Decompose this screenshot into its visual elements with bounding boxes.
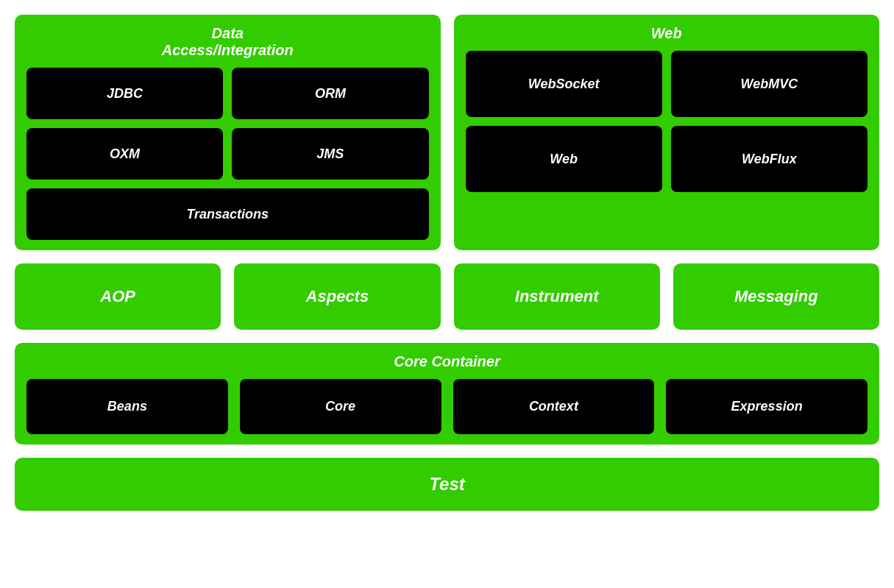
core-container-section: Core Container Beans Core Context Expres…: [15, 343, 879, 444]
test-title: Test: [31, 474, 863, 495]
webmvc-tile: WebMVC: [671, 51, 868, 117]
instrument-box: Instrument: [454, 263, 660, 330]
core-container-grid: Beans Core Context Expression: [26, 379, 868, 434]
jdbc-tile: JDBC: [26, 68, 223, 119]
aspects-box: Aspects: [234, 263, 440, 330]
core-tile: Core: [240, 379, 441, 434]
standalone-row: AOP Aspects Instrument Messaging: [15, 263, 879, 330]
orm-tile: ORM: [232, 68, 428, 119]
web-grid: WebSocket WebMVC Web WebFlux: [466, 51, 868, 192]
context-tile: Context: [453, 379, 655, 434]
messaging-label: Messaging: [734, 287, 818, 306]
data-access-grid: JDBC ORM OXM JMS Transactions: [26, 68, 429, 240]
instrument-label: Instrument: [515, 287, 599, 306]
web-title: Web: [466, 25, 868, 42]
aspects-label: Aspects: [306, 287, 369, 306]
webflux-tile: WebFlux: [671, 126, 868, 192]
web-section: Web WebSocket WebMVC Web WebFlux: [454, 15, 880, 250]
beans-tile: Beans: [26, 379, 228, 434]
data-access-title: Data Access/Integration: [26, 25, 429, 59]
expression-tile: Expression: [666, 379, 868, 434]
aop-box: AOP: [15, 263, 221, 330]
core-container-title: Core Container: [26, 353, 868, 370]
transactions-tile: Transactions: [26, 188, 429, 240]
messaging-box: Messaging: [673, 263, 879, 330]
aop-label: AOP: [100, 287, 135, 306]
test-section: Test: [15, 458, 879, 511]
data-access-section: Data Access/Integration JDBC ORM OXM JMS…: [15, 15, 441, 250]
oxm-tile: OXM: [26, 128, 223, 180]
web-tile: Web: [466, 126, 662, 192]
websocket-tile: WebSocket: [466, 51, 662, 117]
jms-tile: JMS: [232, 128, 428, 180]
